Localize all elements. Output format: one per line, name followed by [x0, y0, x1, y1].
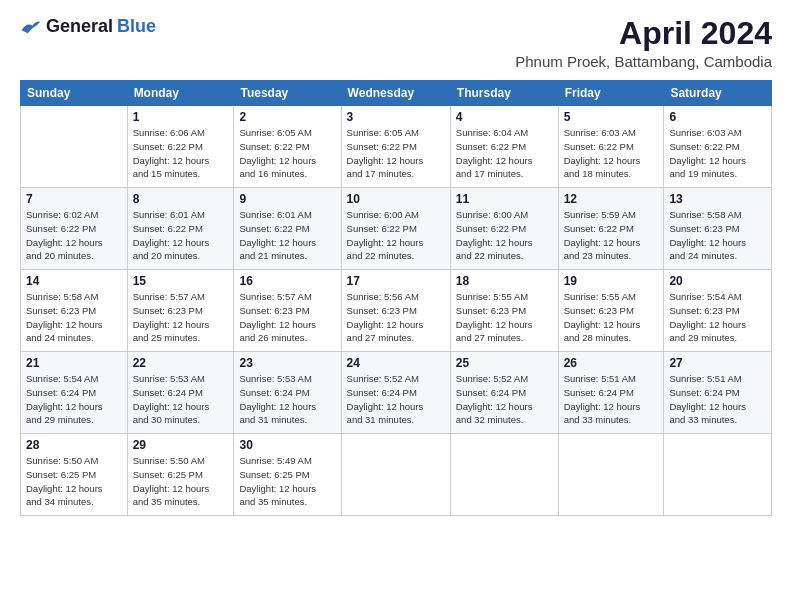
day-info: Sunrise: 6:04 AMSunset: 6:22 PMDaylight:… — [456, 126, 553, 181]
calendar-cell: 7Sunrise: 6:02 AMSunset: 6:22 PMDaylight… — [21, 188, 128, 270]
calendar-week-row: 14Sunrise: 5:58 AMSunset: 6:23 PMDayligh… — [21, 270, 772, 352]
calendar-week-row: 28Sunrise: 5:50 AMSunset: 6:25 PMDayligh… — [21, 434, 772, 516]
calendar-cell: 28Sunrise: 5:50 AMSunset: 6:25 PMDayligh… — [21, 434, 128, 516]
calendar-cell: 1Sunrise: 6:06 AMSunset: 6:22 PMDaylight… — [127, 106, 234, 188]
calendar-cell: 4Sunrise: 6:04 AMSunset: 6:22 PMDaylight… — [450, 106, 558, 188]
calendar-cell — [664, 434, 772, 516]
day-info: Sunrise: 5:57 AMSunset: 6:23 PMDaylight:… — [133, 290, 229, 345]
day-number: 3 — [347, 110, 445, 124]
weekday-header-thursday: Thursday — [450, 81, 558, 106]
title-block: April 2024 Phnum Proek, Battambang, Camb… — [515, 16, 772, 70]
calendar-cell — [21, 106, 128, 188]
calendar-cell: 25Sunrise: 5:52 AMSunset: 6:24 PMDayligh… — [450, 352, 558, 434]
weekday-header-monday: Monday — [127, 81, 234, 106]
day-info: Sunrise: 6:01 AMSunset: 6:22 PMDaylight:… — [239, 208, 335, 263]
weekday-header-wednesday: Wednesday — [341, 81, 450, 106]
page: GeneralBlue April 2024 Phnum Proek, Batt… — [0, 0, 792, 612]
day-info: Sunrise: 6:02 AMSunset: 6:22 PMDaylight:… — [26, 208, 122, 263]
day-number: 27 — [669, 356, 766, 370]
day-number: 6 — [669, 110, 766, 124]
calendar-cell: 9Sunrise: 6:01 AMSunset: 6:22 PMDaylight… — [234, 188, 341, 270]
day-info: Sunrise: 5:51 AMSunset: 6:24 PMDaylight:… — [669, 372, 766, 427]
day-number: 8 — [133, 192, 229, 206]
calendar-week-row: 7Sunrise: 6:02 AMSunset: 6:22 PMDaylight… — [21, 188, 772, 270]
calendar-cell: 16Sunrise: 5:57 AMSunset: 6:23 PMDayligh… — [234, 270, 341, 352]
calendar-cell: 15Sunrise: 5:57 AMSunset: 6:23 PMDayligh… — [127, 270, 234, 352]
day-number: 10 — [347, 192, 445, 206]
calendar-cell — [450, 434, 558, 516]
logo-general-text: General — [46, 16, 113, 37]
weekday-header-tuesday: Tuesday — [234, 81, 341, 106]
calendar-cell: 24Sunrise: 5:52 AMSunset: 6:24 PMDayligh… — [341, 352, 450, 434]
calendar-cell — [341, 434, 450, 516]
calendar-cell: 19Sunrise: 5:55 AMSunset: 6:23 PMDayligh… — [558, 270, 664, 352]
day-number: 21 — [26, 356, 122, 370]
calendar-cell: 21Sunrise: 5:54 AMSunset: 6:24 PMDayligh… — [21, 352, 128, 434]
day-number: 11 — [456, 192, 553, 206]
logo-blue-text: Blue — [117, 16, 156, 37]
calendar-week-row: 21Sunrise: 5:54 AMSunset: 6:24 PMDayligh… — [21, 352, 772, 434]
day-number: 25 — [456, 356, 553, 370]
logo-bird-icon — [20, 18, 42, 36]
day-info: Sunrise: 6:05 AMSunset: 6:22 PMDaylight:… — [347, 126, 445, 181]
day-number: 19 — [564, 274, 659, 288]
day-number: 15 — [133, 274, 229, 288]
calendar-cell: 18Sunrise: 5:55 AMSunset: 6:23 PMDayligh… — [450, 270, 558, 352]
calendar-week-row: 1Sunrise: 6:06 AMSunset: 6:22 PMDaylight… — [21, 106, 772, 188]
day-number: 17 — [347, 274, 445, 288]
day-info: Sunrise: 6:03 AMSunset: 6:22 PMDaylight:… — [669, 126, 766, 181]
day-number: 9 — [239, 192, 335, 206]
calendar-cell: 30Sunrise: 5:49 AMSunset: 6:25 PMDayligh… — [234, 434, 341, 516]
day-info: Sunrise: 5:53 AMSunset: 6:24 PMDaylight:… — [239, 372, 335, 427]
weekday-header-saturday: Saturday — [664, 81, 772, 106]
calendar-cell: 12Sunrise: 5:59 AMSunset: 6:22 PMDayligh… — [558, 188, 664, 270]
day-info: Sunrise: 5:50 AMSunset: 6:25 PMDaylight:… — [26, 454, 122, 509]
calendar-cell: 5Sunrise: 6:03 AMSunset: 6:22 PMDaylight… — [558, 106, 664, 188]
day-number: 24 — [347, 356, 445, 370]
day-info: Sunrise: 5:59 AMSunset: 6:22 PMDaylight:… — [564, 208, 659, 263]
location-text: Phnum Proek, Battambang, Cambodia — [515, 53, 772, 70]
calendar-cell: 2Sunrise: 6:05 AMSunset: 6:22 PMDaylight… — [234, 106, 341, 188]
header: GeneralBlue April 2024 Phnum Proek, Batt… — [20, 16, 772, 70]
calendar-cell: 8Sunrise: 6:01 AMSunset: 6:22 PMDaylight… — [127, 188, 234, 270]
calendar-cell: 20Sunrise: 5:54 AMSunset: 6:23 PMDayligh… — [664, 270, 772, 352]
day-number: 5 — [564, 110, 659, 124]
day-number: 7 — [26, 192, 122, 206]
weekday-header-row: SundayMondayTuesdayWednesdayThursdayFrid… — [21, 81, 772, 106]
day-info: Sunrise: 6:00 AMSunset: 6:22 PMDaylight:… — [347, 208, 445, 263]
calendar-cell: 23Sunrise: 5:53 AMSunset: 6:24 PMDayligh… — [234, 352, 341, 434]
day-number: 12 — [564, 192, 659, 206]
calendar-cell: 14Sunrise: 5:58 AMSunset: 6:23 PMDayligh… — [21, 270, 128, 352]
calendar-cell: 22Sunrise: 5:53 AMSunset: 6:24 PMDayligh… — [127, 352, 234, 434]
day-info: Sunrise: 6:05 AMSunset: 6:22 PMDaylight:… — [239, 126, 335, 181]
weekday-header-friday: Friday — [558, 81, 664, 106]
day-number: 20 — [669, 274, 766, 288]
day-info: Sunrise: 5:58 AMSunset: 6:23 PMDaylight:… — [26, 290, 122, 345]
day-number: 13 — [669, 192, 766, 206]
day-info: Sunrise: 5:53 AMSunset: 6:24 PMDaylight:… — [133, 372, 229, 427]
day-info: Sunrise: 5:52 AMSunset: 6:24 PMDaylight:… — [347, 372, 445, 427]
day-info: Sunrise: 5:54 AMSunset: 6:24 PMDaylight:… — [26, 372, 122, 427]
day-info: Sunrise: 5:56 AMSunset: 6:23 PMDaylight:… — [347, 290, 445, 345]
month-title: April 2024 — [515, 16, 772, 51]
day-number: 4 — [456, 110, 553, 124]
calendar-cell: 3Sunrise: 6:05 AMSunset: 6:22 PMDaylight… — [341, 106, 450, 188]
day-number: 18 — [456, 274, 553, 288]
logo: GeneralBlue — [20, 16, 156, 37]
day-info: Sunrise: 5:57 AMSunset: 6:23 PMDaylight:… — [239, 290, 335, 345]
day-number: 29 — [133, 438, 229, 452]
day-number: 16 — [239, 274, 335, 288]
calendar-table: SundayMondayTuesdayWednesdayThursdayFrid… — [20, 80, 772, 516]
day-info: Sunrise: 5:51 AMSunset: 6:24 PMDaylight:… — [564, 372, 659, 427]
day-number: 30 — [239, 438, 335, 452]
day-number: 26 — [564, 356, 659, 370]
day-info: Sunrise: 6:06 AMSunset: 6:22 PMDaylight:… — [133, 126, 229, 181]
day-number: 2 — [239, 110, 335, 124]
calendar-cell — [558, 434, 664, 516]
day-number: 14 — [26, 274, 122, 288]
weekday-header-sunday: Sunday — [21, 81, 128, 106]
day-number: 28 — [26, 438, 122, 452]
calendar-cell: 26Sunrise: 5:51 AMSunset: 6:24 PMDayligh… — [558, 352, 664, 434]
calendar-cell: 11Sunrise: 6:00 AMSunset: 6:22 PMDayligh… — [450, 188, 558, 270]
calendar-cell: 13Sunrise: 5:58 AMSunset: 6:23 PMDayligh… — [664, 188, 772, 270]
